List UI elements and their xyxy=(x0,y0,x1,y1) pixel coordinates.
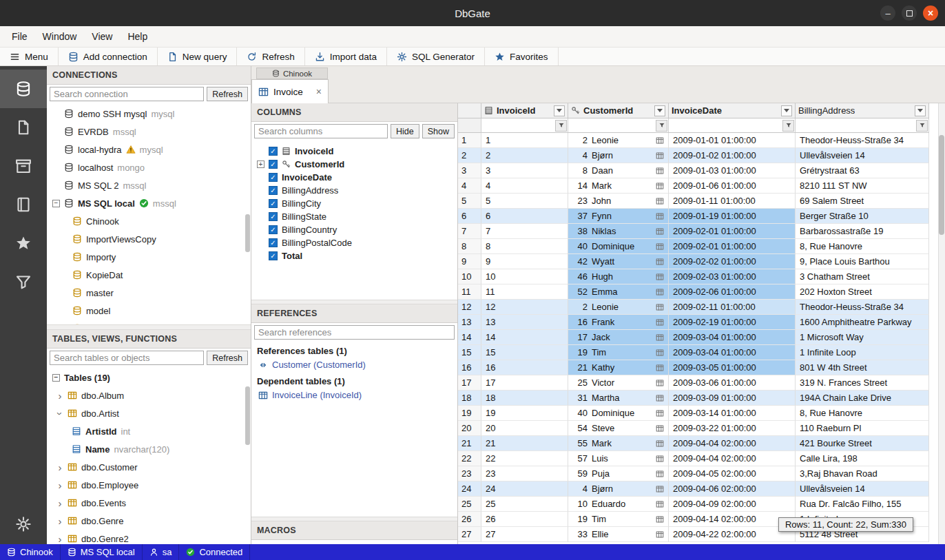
row-number[interactable]: 8 xyxy=(458,239,481,254)
row-number[interactable]: 12 xyxy=(458,300,481,315)
column-toggle-item[interactable]: ✓BillingCity xyxy=(251,197,457,210)
columns-search-input[interactable] xyxy=(254,124,388,138)
checkbox-checked-icon[interactable]: ✓ xyxy=(269,186,278,195)
cell-billingaddress[interactable]: 8, Rue Hanovre xyxy=(796,406,929,421)
toolbar-sql-generator-button[interactable]: SQL Generator xyxy=(387,48,485,65)
column-toggle-item[interactable]: ✓BillingState xyxy=(251,210,457,223)
row-number[interactable]: 4 xyxy=(458,178,481,194)
cell-billingaddress[interactable]: 3,Raj Bhavan Road xyxy=(796,466,929,481)
toolbar-favorites-button[interactable]: Favorites xyxy=(485,48,559,65)
cell-billingaddress[interactable]: 1 Infinite Loop xyxy=(796,345,929,360)
cell-customerid[interactable]: 23John xyxy=(568,194,669,209)
connection-item[interactable]: Importy xyxy=(47,248,251,266)
cell-invoicedate[interactable]: 2009-02-02 01:00:00 xyxy=(669,254,796,269)
filter-input-customerid[interactable] xyxy=(569,120,656,132)
cell-invoicedate[interactable]: 2009-03-14 01:00:00 xyxy=(669,406,796,421)
row-number[interactable]: 3 xyxy=(458,163,481,178)
cell-invoicedate[interactable]: 2009-03-22 01:00:00 xyxy=(669,421,796,436)
toolbar-refresh-button[interactable]: Refresh xyxy=(237,48,304,65)
row-number[interactable]: 20 xyxy=(458,421,481,436)
cell-billingaddress[interactable]: 319 N. Frances Street xyxy=(796,375,929,391)
row-detail-icon[interactable] xyxy=(656,485,664,493)
row-detail-icon[interactable] xyxy=(656,212,664,220)
cell-billingaddress[interactable]: 801 W 4th Street xyxy=(796,360,929,375)
column-header-invoiceid[interactable]: InvoiceId xyxy=(481,103,568,118)
cell-invoicedate[interactable]: 2009-02-03 01:00:00 xyxy=(669,269,796,284)
row-number[interactable]: 15 xyxy=(458,345,481,360)
cell-invoicedate[interactable]: 2009-04-22 02:00:00 xyxy=(669,527,796,542)
cell-invoiceid[interactable]: 20 xyxy=(481,421,568,436)
row-detail-icon[interactable] xyxy=(656,242,664,251)
panel-splitter[interactable] xyxy=(251,517,457,521)
row-number[interactable]: 18 xyxy=(458,391,481,406)
column-header-customerid[interactable]: CustomerId xyxy=(568,103,669,118)
row-detail-icon[interactable] xyxy=(656,258,664,266)
cell-customerid[interactable]: 55Mark xyxy=(568,436,669,451)
cell-invoicedate[interactable]: 2009-01-19 01:00:00 xyxy=(669,209,796,224)
cell-invoiceid[interactable]: 22 xyxy=(481,451,568,466)
status-server[interactable]: MS SQL local xyxy=(61,544,143,560)
connection-item[interactable]: localhostmongo xyxy=(47,158,251,176)
checkbox-checked-icon[interactable]: ✓ xyxy=(269,225,278,234)
row-detail-icon[interactable] xyxy=(656,273,664,281)
rail-gear-icon[interactable] xyxy=(0,508,47,540)
column-toggle-item[interactable]: ✓InvoiceId xyxy=(251,145,457,158)
cell-customerid[interactable]: 21Kathy xyxy=(568,360,669,375)
chevron-right-icon[interactable]: › xyxy=(56,480,63,490)
cell-customerid[interactable]: 37Fynn xyxy=(568,209,669,224)
cell-customerid[interactable]: 2Leonie xyxy=(568,133,669,148)
rail-database-icon[interactable] xyxy=(0,70,47,108)
cell-invoiceid[interactable]: 8 xyxy=(481,239,568,254)
rail-file-icon[interactable] xyxy=(0,108,47,147)
table-item[interactable]: ›dbo.Events xyxy=(47,494,251,512)
status-user[interactable]: sa xyxy=(143,544,180,560)
column-dropdown-button[interactable] xyxy=(554,105,565,116)
connection-item[interactable]: msdb xyxy=(47,320,251,324)
cell-customerid[interactable]: 40Dominique xyxy=(568,239,669,254)
cell-billingaddress[interactable]: 202 Hoxton Street xyxy=(796,284,929,300)
cell-invoiceid[interactable]: 19 xyxy=(481,406,568,421)
row-number[interactable]: 23 xyxy=(458,466,481,481)
cell-invoiceid[interactable]: 24 xyxy=(481,481,568,497)
cell-billingaddress[interactable]: 8210 111 ST NW xyxy=(796,178,929,194)
row-number[interactable]: 5 xyxy=(458,194,481,209)
toolbar-add-connection-button[interactable]: Add connection xyxy=(59,48,158,65)
cell-invoiceid[interactable]: 12 xyxy=(481,300,568,315)
cell-invoicedate[interactable]: 2009-01-06 01:00:00 xyxy=(669,178,796,194)
row-detail-icon[interactable] xyxy=(656,470,664,478)
tables-folder[interactable]: −Tables (19) xyxy=(47,369,251,386)
cell-billingaddress[interactable]: Calle Lira, 198 xyxy=(796,451,929,466)
menu-item-view[interactable]: View xyxy=(84,28,120,45)
cell-invoiceid[interactable]: 26 xyxy=(481,512,568,527)
cell-invoicedate[interactable]: 2009-02-01 01:00:00 xyxy=(669,224,796,239)
column-toggle-item[interactable]: ✓BillingPostalCode xyxy=(251,236,457,249)
cell-customerid[interactable]: 42Wyatt xyxy=(568,254,669,269)
row-detail-icon[interactable] xyxy=(656,409,664,417)
connections-scrollbar[interactable] xyxy=(245,214,250,252)
tab-invoice[interactable]: Invoice × xyxy=(251,79,329,103)
connection-item[interactable]: master xyxy=(47,284,251,302)
column-dropdown-button[interactable] xyxy=(915,105,926,116)
chevron-right-icon[interactable]: › xyxy=(56,516,63,526)
row-detail-icon[interactable] xyxy=(656,182,664,190)
row-number[interactable]: 11 xyxy=(458,284,481,300)
cell-invoicedate[interactable]: 2009-02-01 01:00:00 xyxy=(669,239,796,254)
references-search-input[interactable] xyxy=(254,325,455,340)
table-item[interactable]: ›dbo.Customer xyxy=(47,458,251,476)
row-number[interactable]: 2 xyxy=(458,148,481,163)
collapse-expander-icon[interactable]: − xyxy=(52,200,60,207)
cell-customerid[interactable]: 38Niklas xyxy=(568,224,669,239)
connections-search-input[interactable] xyxy=(50,87,204,101)
filter-funnel-button[interactable] xyxy=(656,120,667,132)
row-detail-icon[interactable] xyxy=(656,515,664,523)
row-number[interactable]: 16 xyxy=(458,360,481,375)
row-detail-icon[interactable] xyxy=(656,167,664,175)
chevron-right-icon[interactable]: › xyxy=(56,391,63,401)
cell-invoicedate[interactable]: 2009-01-02 01:00:00 xyxy=(669,148,796,163)
reference-link[interactable]: InvoiceLine (InvoiceId) xyxy=(251,388,457,402)
connection-item[interactable]: model xyxy=(47,302,251,320)
cell-invoicedate[interactable]: 2009-04-05 02:00:00 xyxy=(669,466,796,481)
checkbox-checked-icon[interactable]: ✓ xyxy=(269,160,278,169)
columns-show-button[interactable]: Show xyxy=(422,124,455,138)
cell-invoiceid[interactable]: 7 xyxy=(481,224,568,239)
